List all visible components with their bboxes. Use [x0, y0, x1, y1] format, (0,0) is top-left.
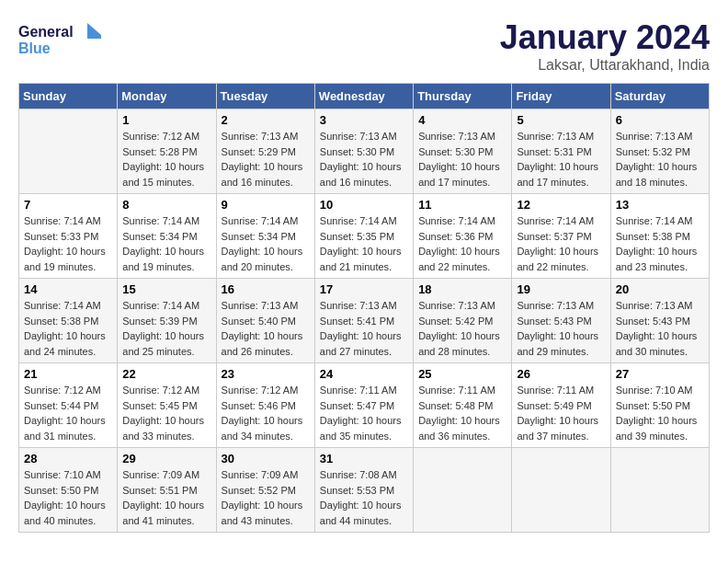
calendar-cell: 13Sunrise: 7:14 AMSunset: 5:38 PMDayligh…: [610, 194, 709, 279]
calendar-cell: 17Sunrise: 7:13 AMSunset: 5:41 PMDayligh…: [314, 279, 413, 363]
day-info: Sunrise: 7:10 AMSunset: 5:50 PMDaylight:…: [24, 467, 112, 528]
day-number: 21: [24, 367, 112, 381]
calendar-cell: 22Sunrise: 7:12 AMSunset: 5:45 PMDayligh…: [118, 363, 216, 448]
day-number: 29: [122, 452, 210, 465]
day-info: Sunrise: 7:13 AMSunset: 5:41 PMDaylight:…: [320, 298, 408, 359]
weekday-header-wednesday: Wednesday: [314, 84, 413, 109]
calendar-cell: 31Sunrise: 7:08 AMSunset: 5:53 PMDayligh…: [314, 448, 413, 533]
weekday-header-friday: Friday: [512, 84, 610, 109]
day-info: Sunrise: 7:12 AMSunset: 5:46 PMDaylight:…: [222, 383, 310, 443]
day-number: 31: [320, 452, 408, 465]
calendar-cell: 25Sunrise: 7:11 AMSunset: 5:48 PMDayligh…: [414, 363, 512, 448]
day-number: 16: [222, 282, 310, 296]
svg-text:Blue: Blue: [18, 40, 51, 56]
day-info: Sunrise: 7:13 AMSunset: 5:30 PMDaylight:…: [320, 129, 408, 190]
week-row-1: 1Sunrise: 7:12 AMSunset: 5:28 PMDaylight…: [19, 109, 710, 194]
day-info: Sunrise: 7:12 AMSunset: 5:44 PMDaylight:…: [24, 383, 112, 443]
calendar-cell: [610, 448, 709, 533]
day-info: Sunrise: 7:13 AMSunset: 5:43 PMDaylight:…: [517, 298, 605, 359]
day-number: 25: [418, 367, 506, 381]
calendar-body: 1Sunrise: 7:12 AMSunset: 5:28 PMDaylight…: [19, 109, 710, 533]
svg-marker-2: [87, 23, 101, 35]
day-number: 27: [616, 367, 704, 381]
day-info: Sunrise: 7:14 AMSunset: 5:36 PMDaylight:…: [418, 213, 506, 274]
day-number: 14: [24, 282, 112, 296]
day-number: 22: [122, 367, 210, 381]
day-info: Sunrise: 7:13 AMSunset: 5:31 PMDaylight:…: [517, 129, 605, 190]
calendar-cell: 2Sunrise: 7:13 AMSunset: 5:29 PMDaylight…: [216, 109, 314, 194]
day-info: Sunrise: 7:14 AMSunset: 5:33 PMDaylight:…: [24, 213, 112, 274]
day-info: Sunrise: 7:11 AMSunset: 5:48 PMDaylight:…: [418, 383, 506, 443]
day-number: 15: [122, 282, 210, 296]
weekday-row: SundayMondayTuesdayWednesdayThursdayFrid…: [19, 84, 710, 109]
title-section: January 2024 Laksar, Uttarakhand, India: [500, 18, 710, 74]
calendar-header: SundayMondayTuesdayWednesdayThursdayFrid…: [19, 84, 710, 109]
calendar-cell: 10Sunrise: 7:14 AMSunset: 5:35 PMDayligh…: [314, 194, 413, 279]
calendar-cell: 12Sunrise: 7:14 AMSunset: 5:37 PMDayligh…: [512, 194, 610, 279]
day-number: 4: [418, 113, 506, 127]
week-row-4: 21Sunrise: 7:12 AMSunset: 5:44 PMDayligh…: [19, 363, 710, 448]
day-number: 17: [320, 282, 408, 296]
day-info: Sunrise: 7:14 AMSunset: 5:38 PMDaylight:…: [24, 298, 112, 359]
day-number: 7: [24, 198, 112, 212]
day-number: 6: [616, 113, 704, 127]
day-info: Sunrise: 7:08 AMSunset: 5:53 PMDaylight:…: [320, 467, 408, 528]
calendar-cell: 1Sunrise: 7:12 AMSunset: 5:28 PMDaylight…: [118, 109, 216, 194]
day-number: 12: [517, 198, 605, 212]
day-number: 1: [122, 113, 210, 127]
day-number: 2: [222, 113, 310, 127]
day-number: 20: [616, 282, 704, 296]
day-info: Sunrise: 7:14 AMSunset: 5:34 PMDaylight:…: [222, 213, 310, 274]
day-number: 28: [24, 452, 112, 465]
week-row-5: 28Sunrise: 7:10 AMSunset: 5:50 PMDayligh…: [19, 448, 710, 533]
weekday-header-sunday: Sunday: [19, 84, 118, 109]
calendar-cell: [19, 109, 118, 194]
weekday-header-tuesday: Tuesday: [216, 84, 314, 109]
day-info: Sunrise: 7:13 AMSunset: 5:32 PMDaylight:…: [616, 129, 704, 190]
day-info: Sunrise: 7:13 AMSunset: 5:30 PMDaylight:…: [418, 129, 506, 190]
weekday-header-monday: Monday: [118, 84, 216, 109]
weekday-header-saturday: Saturday: [610, 84, 709, 109]
day-info: Sunrise: 7:13 AMSunset: 5:43 PMDaylight:…: [616, 298, 704, 359]
calendar-cell: 3Sunrise: 7:13 AMSunset: 5:30 PMDaylight…: [314, 109, 413, 194]
day-number: 8: [122, 198, 210, 212]
day-info: Sunrise: 7:14 AMSunset: 5:35 PMDaylight:…: [320, 213, 408, 274]
svg-text:General: General: [18, 24, 74, 40]
day-number: 19: [517, 282, 605, 296]
calendar-cell: 5Sunrise: 7:13 AMSunset: 5:31 PMDaylight…: [512, 109, 610, 194]
calendar-table: SundayMondayTuesdayWednesdayThursdayFrid…: [18, 83, 710, 533]
calendar-cell: 19Sunrise: 7:13 AMSunset: 5:43 PMDayligh…: [512, 279, 610, 363]
day-number: 3: [320, 113, 408, 127]
week-row-3: 14Sunrise: 7:14 AMSunset: 5:38 PMDayligh…: [19, 279, 710, 363]
weekday-header-thursday: Thursday: [414, 84, 512, 109]
day-info: Sunrise: 7:09 AMSunset: 5:52 PMDaylight:…: [222, 467, 310, 528]
month-title: January 2024: [500, 18, 710, 57]
day-number: 5: [517, 113, 605, 127]
day-info: Sunrise: 7:14 AMSunset: 5:38 PMDaylight:…: [616, 213, 704, 274]
calendar-cell: 28Sunrise: 7:10 AMSunset: 5:50 PMDayligh…: [19, 448, 118, 533]
day-number: 26: [517, 367, 605, 381]
day-info: Sunrise: 7:13 AMSunset: 5:40 PMDaylight:…: [222, 298, 310, 359]
calendar-cell: [512, 448, 610, 533]
day-number: 9: [222, 198, 310, 212]
logo: General Blue: [18, 18, 101, 60]
day-info: Sunrise: 7:12 AMSunset: 5:45 PMDaylight:…: [122, 383, 210, 443]
calendar-cell: 29Sunrise: 7:09 AMSunset: 5:51 PMDayligh…: [118, 448, 216, 533]
day-number: 30: [222, 452, 310, 465]
calendar-cell: 14Sunrise: 7:14 AMSunset: 5:38 PMDayligh…: [19, 279, 118, 363]
calendar-cell: 24Sunrise: 7:11 AMSunset: 5:47 PMDayligh…: [314, 363, 413, 448]
calendar-cell: 15Sunrise: 7:14 AMSunset: 5:39 PMDayligh…: [118, 279, 216, 363]
calendar-cell: 27Sunrise: 7:10 AMSunset: 5:50 PMDayligh…: [610, 363, 709, 448]
day-info: Sunrise: 7:11 AMSunset: 5:49 PMDaylight:…: [517, 383, 605, 443]
day-info: Sunrise: 7:12 AMSunset: 5:28 PMDaylight:…: [122, 129, 210, 190]
calendar-cell: 30Sunrise: 7:09 AMSunset: 5:52 PMDayligh…: [216, 448, 314, 533]
calendar-cell: 11Sunrise: 7:14 AMSunset: 5:36 PMDayligh…: [414, 194, 512, 279]
calendar-cell: 20Sunrise: 7:13 AMSunset: 5:43 PMDayligh…: [610, 279, 709, 363]
day-number: 23: [222, 367, 310, 381]
calendar-cell: 7Sunrise: 7:14 AMSunset: 5:33 PMDaylight…: [19, 194, 118, 279]
day-info: Sunrise: 7:14 AMSunset: 5:39 PMDaylight:…: [122, 298, 210, 359]
calendar-cell: 26Sunrise: 7:11 AMSunset: 5:49 PMDayligh…: [512, 363, 610, 448]
calendar-cell: 16Sunrise: 7:13 AMSunset: 5:40 PMDayligh…: [216, 279, 314, 363]
day-number: 13: [616, 198, 704, 212]
day-info: Sunrise: 7:10 AMSunset: 5:50 PMDaylight:…: [616, 383, 704, 443]
